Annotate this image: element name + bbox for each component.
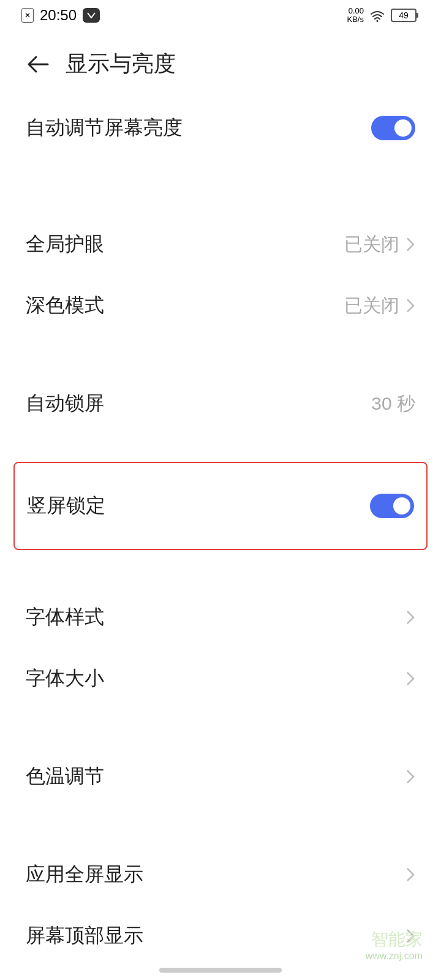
font-style-row[interactable]: 字体样式: [0, 587, 441, 648]
app-drawer-icon: [83, 8, 100, 23]
status-right: 0.00 KB/s 49: [347, 7, 417, 24]
fullscreen-apps-label: 应用全屏显示: [26, 861, 143, 888]
portrait-lock-row[interactable]: 竖屏锁定: [15, 463, 426, 549]
dark-mode-row[interactable]: 深色模式 已关闭: [0, 275, 441, 336]
dark-mode-label: 深色模式: [26, 292, 104, 319]
auto-brightness-toggle[interactable]: [371, 116, 415, 140]
auto-brightness-label: 自动调节屏幕亮度: [26, 115, 183, 141]
screen-top-display-label: 屏幕顶部显示: [26, 922, 143, 949]
battery-icon: 49: [391, 9, 417, 22]
svg-point-0: [377, 20, 379, 22]
status-time: 20:50: [40, 7, 77, 24]
card-close-icon: ✕: [21, 8, 34, 23]
page-title: 显示与亮度: [66, 49, 176, 79]
portrait-lock-label: 竖屏锁定: [27, 492, 105, 519]
back-button[interactable]: [26, 52, 50, 77]
auto-brightness-row[interactable]: 自动调节屏幕亮度: [0, 97, 441, 159]
settings-list: 自动调节屏幕亮度 全局护眼 已关闭 深色模式 已关闭 自动锁屏 30 秒 竖: [0, 97, 441, 967]
font-size-row[interactable]: 字体大小: [0, 648, 441, 709]
page-header: 显示与亮度: [0, 31, 441, 97]
color-temp-row[interactable]: 色温调节: [0, 746, 441, 807]
chevron-right-icon: [405, 866, 415, 883]
dark-mode-value: 已关闭: [344, 293, 415, 318]
chevron-right-icon: [405, 297, 415, 314]
auto-lock-row[interactable]: 自动锁屏 30 秒: [0, 373, 441, 434]
chevron-right-icon: [405, 236, 415, 253]
font-style-label: 字体样式: [26, 604, 104, 631]
auto-lock-value: 30 秒: [371, 391, 415, 417]
status-left: ✕ 20:50: [21, 7, 100, 24]
color-temp-label: 色温调节: [26, 763, 104, 790]
font-size-label: 字体大小: [26, 665, 104, 692]
chevron-right-icon: [405, 670, 415, 687]
portrait-lock-highlight: 竖屏锁定: [13, 462, 428, 550]
chevron-right-icon: [405, 609, 415, 626]
auto-lock-label: 自动锁屏: [26, 390, 104, 417]
eye-comfort-row[interactable]: 全局护眼 已关闭: [0, 214, 441, 275]
home-indicator[interactable]: [159, 968, 282, 973]
watermark: 智能家 www.znj.com: [366, 929, 423, 962]
wifi-icon: [370, 9, 385, 21]
fullscreen-apps-row[interactable]: 应用全屏显示: [0, 844, 441, 905]
chevron-right-icon: [405, 768, 415, 785]
status-bar: ✕ 20:50 0.00 KB/s 49: [0, 0, 441, 31]
portrait-lock-toggle[interactable]: [370, 494, 414, 518]
eye-comfort-value: 已关闭: [344, 232, 415, 257]
eye-comfort-label: 全局护眼: [26, 231, 104, 258]
net-speed-indicator: 0.00 KB/s: [347, 7, 364, 24]
